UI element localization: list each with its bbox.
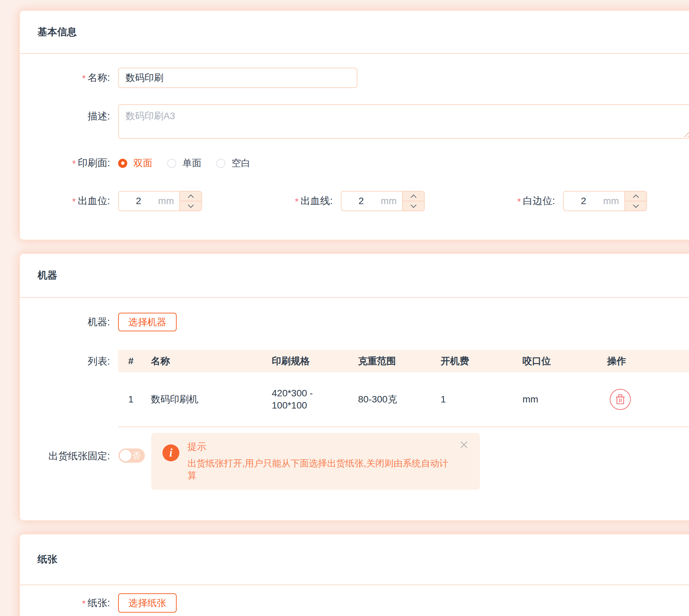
paper-select-control: 选择纸张 bbox=[118, 593, 177, 613]
name-input[interactable] bbox=[118, 68, 357, 88]
info-icon: i bbox=[162, 444, 179, 461]
cell-index: 1 bbox=[118, 394, 151, 405]
alert-title: 提示 bbox=[187, 440, 456, 453]
fixed-paper-toggle[interactable]: 否 bbox=[118, 448, 145, 463]
white-edge-input[interactable]: 2 mm bbox=[563, 191, 647, 211]
required-marker: * bbox=[517, 197, 521, 207]
machine-select-control: 选择机器 bbox=[118, 313, 177, 331]
trash-icon bbox=[615, 394, 625, 405]
alert-close-button[interactable] bbox=[460, 440, 468, 449]
alert-description: 出货纸张打开,用户只能从下面选择出货纸张,关闭则由系统自动计算 bbox=[187, 457, 456, 482]
machine-card-header: 机器 bbox=[20, 254, 689, 298]
select-machine-button[interactable]: 选择机器 bbox=[118, 313, 177, 331]
basic-info-card-header: 基本信息 bbox=[20, 11, 689, 54]
description-control bbox=[118, 104, 689, 139]
paper-card-title: 纸张 bbox=[38, 553, 57, 566]
description-textarea[interactable] bbox=[118, 104, 689, 139]
white-edge-value-area: 2 mm bbox=[564, 192, 624, 211]
header-actions: 操作 bbox=[607, 355, 689, 368]
machine-table-row: 1 数码印刷机 420*300 - 100*100 80-300克 1 mm bbox=[118, 372, 689, 427]
decrease-button[interactable] bbox=[180, 201, 201, 211]
cell-bite-position: mm bbox=[523, 394, 607, 405]
required-marker: * bbox=[72, 159, 76, 169]
cell-name: 数码印刷机 bbox=[151, 393, 272, 406]
name-label: *名称: bbox=[20, 71, 110, 85]
white-edge-label: *白边位: bbox=[510, 194, 555, 208]
machine-label: 机器: bbox=[20, 315, 110, 329]
select-paper-button[interactable]: 选择纸张 bbox=[118, 593, 177, 613]
required-marker: * bbox=[82, 599, 86, 609]
increase-button[interactable] bbox=[403, 192, 424, 201]
description-label: 描述: bbox=[20, 104, 110, 123]
basic-info-card-body: *名称: 描述: *印刷面: bbox=[20, 54, 689, 240]
name-control bbox=[118, 68, 357, 88]
fixed-paper-label: 出货纸张固定: bbox=[20, 433, 110, 463]
fixed-paper-row: 出货纸张固定: 否 i 提示 出货纸张打开,用户只能从下面选择出货纸张,关闭则由… bbox=[20, 433, 689, 490]
name-row: *名称: bbox=[20, 68, 689, 88]
toggle-off-text: 否 bbox=[132, 450, 140, 461]
basic-info-title: 基本信息 bbox=[38, 25, 77, 39]
machine-table: # 名称 印刷规格 克重范围 开机费 咬口位 操作 1 数码印刷机 420*30… bbox=[118, 350, 689, 427]
print-side-row: *印刷面: 双面 单面 空白 bbox=[20, 156, 689, 170]
machine-list-row: 列表: # 名称 印刷规格 克重范围 开机费 咬口位 操作 1 数码印刷机 bbox=[20, 350, 689, 427]
radio-option-double-side[interactable]: 双面 bbox=[118, 157, 152, 170]
radio-selected-icon bbox=[118, 159, 127, 168]
bleed-line-value: 2 bbox=[341, 196, 381, 206]
paper-card: 纸张 *纸张: 选择纸张 bbox=[19, 534, 689, 616]
white-edge-value: 2 bbox=[564, 196, 603, 206]
cell-actions bbox=[607, 389, 689, 410]
paper-card-header: 纸张 bbox=[20, 534, 689, 585]
bleed-pos-value: 2 bbox=[119, 196, 158, 206]
paper-select-row: *纸张: 选择纸张 bbox=[20, 593, 689, 613]
white-edge-unit: mm bbox=[603, 196, 619, 206]
paper-card-body: *纸张: 选择纸张 bbox=[20, 585, 689, 616]
bleed-line-label: *出血线: bbox=[287, 194, 333, 208]
close-icon bbox=[460, 441, 468, 449]
delete-row-button[interactable] bbox=[610, 389, 631, 410]
fixed-paper-alert: i 提示 出货纸张打开,用户只能从下面选择出货纸张,关闭则由系统自动计算 bbox=[151, 433, 480, 490]
header-index: # bbox=[118, 356, 151, 367]
cell-startup-fee: 1 bbox=[441, 394, 523, 405]
radio-option-blank[interactable]: 空白 bbox=[216, 157, 250, 170]
print-side-radio-group: 双面 单面 空白 bbox=[118, 156, 265, 170]
machine-card-body: 机器: 选择机器 列表: # 名称 印刷规格 克重范围 开机费 bbox=[20, 298, 689, 520]
toggle-knob bbox=[120, 450, 131, 461]
bleed-line-stepper bbox=[402, 192, 424, 211]
cell-weight-range: 80-300克 bbox=[358, 393, 441, 406]
bleed-pos-stepper bbox=[179, 192, 201, 211]
basic-info-card: 基本信息 *名称: 描述: bbox=[19, 10, 689, 240]
radio-unselected-icon bbox=[216, 159, 225, 168]
machine-list-label: 列表: bbox=[20, 350, 110, 372]
machine-card: 机器 机器: 选择机器 列表: # 名称 bbox=[19, 253, 689, 521]
radio-option-single-side[interactable]: 单面 bbox=[167, 157, 201, 170]
white-edge-stepper bbox=[624, 192, 646, 211]
machine-select-row: 机器: 选择机器 bbox=[20, 313, 689, 331]
header-print-spec: 印刷规格 bbox=[272, 355, 358, 368]
alert-content: 提示 出货纸张打开,用户只能从下面选择出货纸张,关闭则由系统自动计算 bbox=[187, 440, 456, 482]
paper-label: *纸张: bbox=[20, 596, 110, 610]
cell-print-spec: 420*300 - 100*100 bbox=[272, 387, 358, 412]
bleed-pos-label: *出血位: bbox=[20, 194, 110, 208]
form-page: 基本信息 *名称: 描述: bbox=[0, 0, 689, 616]
bleed-line-value-area: 2 mm bbox=[341, 192, 402, 211]
required-marker: * bbox=[82, 73, 86, 84]
decrease-button[interactable] bbox=[403, 201, 424, 211]
decrease-button[interactable] bbox=[625, 201, 646, 211]
required-marker: * bbox=[72, 197, 76, 207]
header-bite-position: 咬口位 bbox=[523, 355, 607, 368]
required-marker: * bbox=[295, 197, 298, 207]
bleed-pos-input[interactable]: 2 mm bbox=[118, 191, 202, 211]
bleed-pos-value-area: 2 mm bbox=[119, 192, 179, 211]
bleed-settings-row: *出血位: 2 mm bbox=[20, 191, 689, 211]
print-side-label: *印刷面: bbox=[20, 156, 110, 170]
header-startup-fee: 开机费 bbox=[441, 355, 523, 368]
increase-button[interactable] bbox=[625, 192, 646, 201]
machine-card-title: 机器 bbox=[38, 269, 57, 282]
bleed-pos-unit: mm bbox=[158, 196, 174, 206]
header-weight-range: 克重范围 bbox=[358, 355, 441, 368]
bleed-line-unit: mm bbox=[381, 196, 397, 206]
increase-button[interactable] bbox=[180, 192, 201, 201]
header-name: 名称 bbox=[151, 355, 272, 368]
bleed-line-input[interactable]: 2 mm bbox=[341, 191, 425, 211]
machine-table-header: # 名称 印刷规格 克重范围 开机费 咬口位 操作 bbox=[118, 350, 689, 372]
